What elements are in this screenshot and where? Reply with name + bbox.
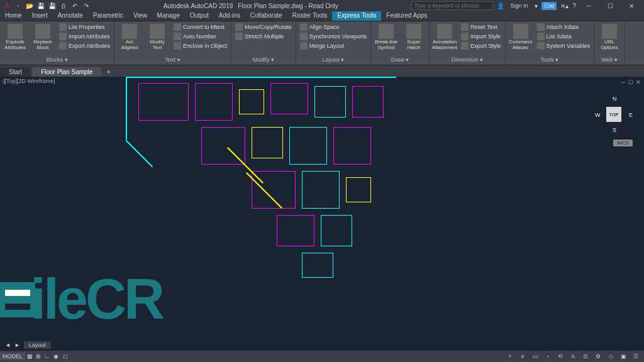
exchange-icon[interactable]: ✕▴ [560, 3, 569, 9]
ribbon-btn-synchronize-viewports[interactable]: Synchronize Viewports [299, 32, 368, 41]
ribbon-btn-command-aliases[interactable]: CommandAliases [508, 23, 533, 52]
ribbon-btn-arc-aligned[interactable]: ArcAligned [117, 23, 142, 52]
ortho-icon[interactable]: ∟ [43, 352, 52, 361]
viewport-label[interactable]: -][Top][2D Wireframe] [1, 78, 55, 84]
cube-north[interactable]: N [613, 96, 617, 102]
grid-icon[interactable]: ▦ [25, 352, 34, 361]
ribbon-btn-replace-block[interactable]: ReplaceBlock [30, 23, 55, 52]
ribbon-btn-import-style[interactable]: Import Style [460, 32, 502, 41]
status-qp-icon[interactable]: ▫ [543, 352, 552, 361]
maximize-button[interactable]: ☐ [601, 1, 619, 11]
menu-tab-insert[interactable]: Insert [27, 11, 53, 21]
doc-name: Floor Plan Sample.dwg - Read Only [238, 3, 338, 9]
undo-icon[interactable]: ↶ [70, 1, 79, 10]
menu-tab-raster-tools[interactable]: Raster Tools [287, 11, 332, 21]
ribbon-btn-annotation-attachment[interactable]: AnnotationAttachment [432, 23, 457, 52]
status-lwt-icon[interactable]: ≡ [518, 352, 527, 361]
ribbon-group-title[interactable]: Draw ▾ [374, 56, 426, 63]
menu-tab-manage[interactable]: Manage [152, 11, 185, 21]
chevron-down-icon[interactable]: ▾ [535, 3, 538, 9]
info-badge[interactable]: ⓘ30 [541, 2, 557, 10]
status-model[interactable]: MODEL [0, 353, 25, 360]
ribbon-group-title[interactable]: Text ▾ [117, 56, 228, 63]
close-button[interactable]: ✕ [623, 1, 640, 11]
autocad-logo-icon[interactable]: A [3, 1, 11, 10]
ribbon-btn-super-hatch[interactable]: SuperHatch [401, 23, 426, 52]
ribbon-group-title[interactable]: Web ▾ [597, 56, 622, 63]
ribbon-btn-auto-number[interactable]: Auto Number [172, 32, 228, 41]
ribbon-btn-convert-to-mtext[interactable]: Convert to Mtext [172, 23, 228, 31]
status-tpy-icon[interactable]: ▭ [531, 352, 540, 361]
layout-next-icon[interactable]: ► [14, 342, 20, 348]
viewport-close-icon[interactable]: ✕ [635, 79, 641, 85]
ribbon-btn-url-options[interactable]: URLOptions [597, 23, 622, 52]
viewport-restore-icon[interactable]: ☐ [628, 79, 634, 85]
wcs-badge[interactable]: WCS [613, 140, 633, 146]
status-anno-icon[interactable]: A [569, 352, 577, 361]
menu-tab-express-tools[interactable]: Express Tools [332, 11, 381, 21]
view-cube[interactable]: N S E W TOP [595, 96, 633, 133]
cube-top-face[interactable]: TOP [606, 107, 621, 122]
menu-tab-featured-apps[interactable]: Featured Apps [381, 11, 432, 21]
ribbon-btn-reset-text[interactable]: Reset Text [460, 23, 502, 31]
ribbon-btn-stretch-multiple[interactable]: Stretch Multiple [234, 32, 293, 41]
status-clean-icon[interactable]: ▣ [619, 352, 628, 361]
menu-tab-home[interactable]: Home [0, 11, 27, 21]
ribbon-btn-break-line-symbol[interactable]: Break-lineSymbol [374, 23, 399, 52]
ribbon-group-title[interactable]: Dimension ▾ [432, 56, 502, 63]
open-icon[interactable]: 📂 [25, 1, 34, 10]
file-tab-floor-plan-sample[interactable]: Floor Plan Sample [32, 67, 101, 77]
ribbon-btn-merge-layout[interactable]: Merge Layout [299, 41, 368, 50]
minimize-button[interactable]: ─ [580, 1, 597, 11]
redo-icon[interactable]: ↷ [82, 1, 91, 10]
cube-east[interactable]: E [629, 112, 633, 118]
ribbon-btn-move-copy-rotate[interactable]: Move/Copy/Rotate [234, 23, 293, 31]
new-icon[interactable]: ▫ [14, 1, 23, 10]
save-icon[interactable]: 💾 [36, 1, 45, 10]
help-icon[interactable]: ? [572, 3, 576, 9]
plot-icon[interactable]: ⎙ [59, 1, 68, 10]
menu-tab-view[interactable]: View [128, 11, 152, 21]
add-tab-button[interactable]: + [103, 67, 114, 77]
ribbon-btn-attach-xdata[interactable]: Attach Xdata [536, 23, 591, 31]
ribbon-btn-import-attributes[interactable]: Import Attributes [58, 32, 111, 41]
cube-south[interactable]: S [613, 127, 616, 133]
menu-tab-annotate[interactable]: Annotate [53, 11, 88, 21]
saveas-icon[interactable]: 💾 [48, 1, 57, 10]
menu-tab-add-ins[interactable]: Add-ins [214, 11, 245, 21]
polar-icon[interactable]: ◉ [52, 352, 60, 361]
ribbon-btn-list-properties[interactable]: List Properties [58, 23, 111, 31]
ribbon-btn-enclose-in-object[interactable]: Enclose in Object [172, 41, 228, 50]
status-menu-icon[interactable]: ☰ [631, 352, 640, 361]
ribbon-group-title[interactable]: Blocks ▾ [3, 56, 111, 63]
status-scale-icon[interactable]: ⚖ [581, 352, 590, 361]
status-dyn-icon[interactable]: + [506, 352, 514, 361]
menu-tab-output[interactable]: Output [185, 11, 214, 21]
snap-icon[interactable]: ⊞ [34, 352, 43, 361]
file-tab-start[interactable]: Start [0, 67, 31, 77]
menu-tab-parametric[interactable]: Parametric [88, 11, 128, 21]
osnap-icon[interactable]: ◻ [60, 352, 69, 361]
status-sc-icon[interactable]: ⟲ [556, 352, 565, 361]
ribbon-btn-export-attributes[interactable]: Export Attributes [58, 41, 111, 50]
ribbon-group-title[interactable]: Layout ▾ [299, 56, 368, 63]
cube-west[interactable]: W [595, 112, 601, 118]
ribbon-btn-modify-text[interactable]: ModifyText [145, 23, 170, 52]
menu-tab-collaborate[interactable]: Collaborate [245, 11, 287, 21]
search-input[interactable] [411, 1, 493, 10]
signin-icon[interactable]: 👤 [497, 3, 504, 9]
ribbon-btn-list-xdata[interactable]: List Xdata [536, 32, 591, 41]
ribbon-btn-explode-attributes[interactable]: ExplodeAttributes [3, 23, 28, 52]
status-iso-icon[interactable]: ◇ [606, 352, 615, 361]
ribbon-btn-align-space[interactable]: Align Space [299, 23, 368, 31]
layout-tab[interactable]: Layout [24, 341, 51, 349]
ribbon-group-title[interactable]: Tools ▾ [508, 56, 591, 63]
layout-prev-icon[interactable]: ◄ [5, 342, 11, 348]
status-gear-icon[interactable]: ⚙ [594, 352, 602, 361]
ribbon-group-title[interactable]: Modify ▾ [234, 56, 293, 63]
viewport-minimize-icon[interactable]: ─ [620, 79, 626, 85]
ribbon-btn-system-variables[interactable]: System Variables [536, 41, 591, 50]
signin-button[interactable]: Sign In [508, 3, 531, 9]
ribbon-btn-export-style[interactable]: Export Style [460, 41, 502, 50]
viewport[interactable]: -][Top][2D Wireframe] ─ ☐ ✕ N S E W TOP [0, 77, 644, 351]
